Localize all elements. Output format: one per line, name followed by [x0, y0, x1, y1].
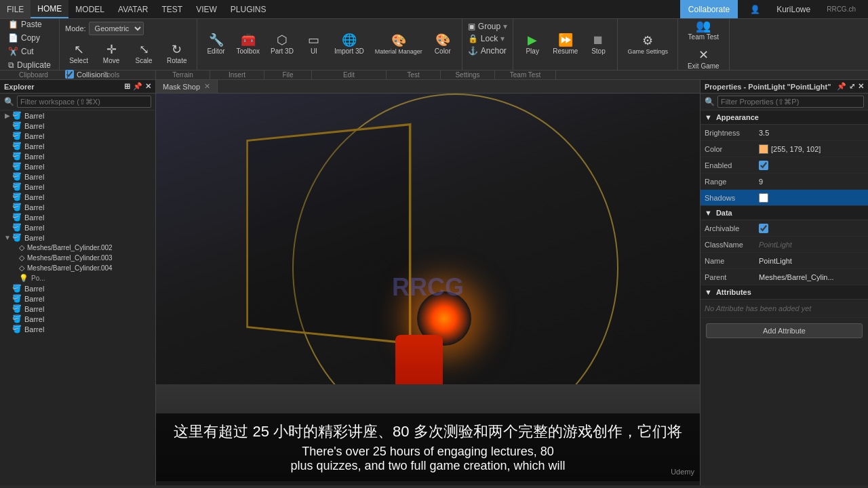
- list-item[interactable]: 🪣 Barrel: [0, 131, 155, 141]
- shadows-checkbox[interactable]: [759, 193, 768, 203]
- explorer-filter-input[interactable]: [17, 96, 151, 108]
- list-item[interactable]: 🪣 Barrel: [0, 314, 155, 324]
- exit-game-label: Exit Game: [688, 62, 719, 70]
- props-filter-input[interactable]: [717, 96, 864, 108]
- collaborate-button[interactable]: Collaborate: [680, 0, 738, 18]
- add-attribute-button[interactable]: Add Attribute: [706, 323, 863, 338]
- list-item[interactable]: ▶ 🪣 Barrel: [0, 110, 155, 121]
- list-item[interactable]: 🪣 Barrel: [0, 192, 155, 202]
- appearance-section-header[interactable]: ▼ Appearance: [701, 110, 868, 125]
- data-arrow: ▼: [705, 209, 712, 217]
- list-item[interactable]: 🪣 Barrel: [0, 324, 155, 334]
- paste-button[interactable]: 📋 Paste: [5, 18, 45, 30]
- item-label: Barrel: [24, 224, 44, 232]
- exit-game-button[interactable]: ✕ Exit Game: [684, 46, 724, 73]
- toolbox-button[interactable]: 🧰 Toolbox: [233, 31, 264, 58]
- explorer-pin-icon[interactable]: 📌: [133, 82, 142, 91]
- game-settings-button[interactable]: ⚙ Game Settings: [623, 32, 672, 58]
- team-test-section: 👥 Team Test ✕ Exit Game: [678, 19, 730, 70]
- user-area: 👤 KuriLowe RRCG.ch: [738, 0, 868, 18]
- tab-close-icon[interactable]: ✕: [204, 82, 210, 91]
- range-value[interactable]: 9: [759, 178, 864, 186]
- list-item[interactable]: 🪣 Barrel: [0, 161, 155, 171]
- item-label: Barrel: [24, 285, 44, 293]
- archivable-row: Archivable: [701, 220, 868, 237]
- viewport[interactable]: Mask Shop ✕ RRCG 这里有超过 25 小时的精彩讲座、80 多次测…: [156, 80, 700, 485]
- import3d-button[interactable]: 🌐 Import 3D: [330, 31, 368, 58]
- editor-button[interactable]: 🔧 Editor: [203, 31, 230, 58]
- list-item[interactable]: 🪣 Barrel: [0, 293, 155, 304]
- props-expand-icon[interactable]: ⤢: [849, 82, 855, 91]
- material-manager-button[interactable]: 🎨 Material Manager: [371, 32, 427, 58]
- list-item[interactable]: 🪣 Barrel: [0, 304, 155, 314]
- data-section-header[interactable]: ▼ Data: [701, 206, 868, 220]
- part3d-button[interactable]: ⬡ Part 3D: [267, 31, 298, 58]
- resume-button[interactable]: ⏩ Resume: [549, 31, 582, 58]
- list-item[interactable]: 💡 Po...: [0, 273, 155, 283]
- list-item[interactable]: 🪣 Barrel: [0, 212, 155, 222]
- list-item[interactable]: 🪣 Barrel: [0, 151, 155, 161]
- color-button[interactable]: 🎨 Color: [429, 31, 456, 58]
- arrow-icon: ▼: [3, 234, 12, 241]
- rotate-icon: ↻: [172, 43, 182, 56]
- mode-dropdown[interactable]: Geometric: [89, 22, 144, 35]
- archivable-checkbox[interactable]: [759, 224, 768, 233]
- menu-view[interactable]: VIEW: [189, 0, 224, 18]
- brightness-value[interactable]: 3.5: [759, 129, 864, 137]
- viewport-canvas[interactable]: RRCG 这里有超过 25 小时的精彩讲座、80 多次测验和两个完整的游戏创作，…: [156, 94, 700, 481]
- menu-model[interactable]: MODEL: [68, 0, 111, 18]
- barrel-icon: 🪣: [12, 233, 22, 242]
- list-item[interactable]: ▼ 🪣 Barrel: [0, 232, 155, 243]
- list-item[interactable]: 🪣 Barrel: [0, 171, 155, 182]
- explorer-filter-icon[interactable]: ⊞: [124, 82, 130, 91]
- user-label: KuriLowe: [770, 0, 817, 18]
- cut-button[interactable]: ✂️ Cut: [5, 45, 37, 58]
- props-pin-icon[interactable]: 📌: [837, 82, 846, 91]
- scale-button[interactable]: ⤡ Scale: [130, 41, 157, 67]
- move-button[interactable]: ✛ Move: [98, 41, 125, 67]
- menu-file[interactable]: FILE: [0, 0, 31, 18]
- scale-label: Scale: [136, 57, 153, 64]
- rotate-button[interactable]: ↻ Rotate: [163, 41, 191, 67]
- parent-value[interactable]: Meshes/Barrel_Cylin...: [759, 273, 864, 281]
- sl-insert: Insert: [210, 70, 264, 79]
- list-item[interactable]: 🪣 Barrel: [0, 222, 155, 232]
- duplicate-button[interactable]: ⧉ Duplicate: [5, 59, 54, 71]
- menu-avatar[interactable]: AVATAR: [111, 0, 155, 18]
- stop-button[interactable]: ⏹ Stop: [585, 31, 612, 58]
- item-label: Meshes/Barrel_Cylinder.003: [27, 254, 113, 262]
- explorer-close-icon[interactable]: ✕: [145, 82, 151, 91]
- props-search-icon: 🔍: [705, 97, 715, 106]
- menu-home[interactable]: HOME: [31, 0, 68, 18]
- resume-label: Resume: [553, 47, 578, 55]
- list-item[interactable]: ◇ Meshes/Barrel_Cylinder.002: [0, 243, 155, 253]
- list-item[interactable]: 🪣 Barrel: [0, 121, 155, 131]
- props-close-icon[interactable]: ✕: [858, 82, 864, 91]
- select-button[interactable]: ↖ Select: [65, 41, 92, 67]
- play-button[interactable]: ▶ Play: [519, 31, 546, 58]
- ui-button[interactable]: ▭ UI: [300, 31, 328, 58]
- color-value[interactable]: [255, 179, 102]: [759, 144, 864, 154]
- list-item[interactable]: ◇ Meshes/Barrel_Cylinder.004: [0, 263, 155, 273]
- archivable-value: [759, 224, 864, 233]
- enabled-checkbox[interactable]: [759, 161, 768, 170]
- copy-button[interactable]: 📄 Copy: [5, 32, 43, 44]
- list-item[interactable]: 🪣 Barrel: [0, 202, 155, 212]
- list-item[interactable]: 🪣 Barrel: [0, 182, 155, 192]
- clipboard-section: 📋 Paste 📄 Copy ✂️ Cut ⧉ Duplicate: [0, 19, 60, 70]
- attributes-section-header[interactable]: ▼ Attributes: [701, 285, 868, 300]
- name-value[interactable]: PointLight: [759, 257, 864, 265]
- group-label: Group: [478, 22, 500, 31]
- menu-test[interactable]: TEST: [155, 0, 189, 18]
- properties-icons: 📌 ⤢ ✕: [837, 82, 864, 91]
- list-item[interactable]: 🪣 Barrel: [0, 141, 155, 151]
- color-swatch[interactable]: [759, 144, 768, 154]
- item-label: Barrel: [24, 173, 44, 181]
- pointlight-icon: 💡: [19, 274, 28, 283]
- team-test-button[interactable]: 👥 Team Test: [684, 17, 723, 43]
- list-item[interactable]: 🪣 Barrel: [0, 283, 155, 293]
- menu-plugins[interactable]: PLUGINS: [224, 0, 273, 18]
- tab-mask-shop[interactable]: Mask Shop ✕: [156, 80, 218, 93]
- item-label: Barrel: [24, 112, 44, 120]
- list-item[interactable]: ◇ Meshes/Barrel_Cylinder.003: [0, 253, 155, 263]
